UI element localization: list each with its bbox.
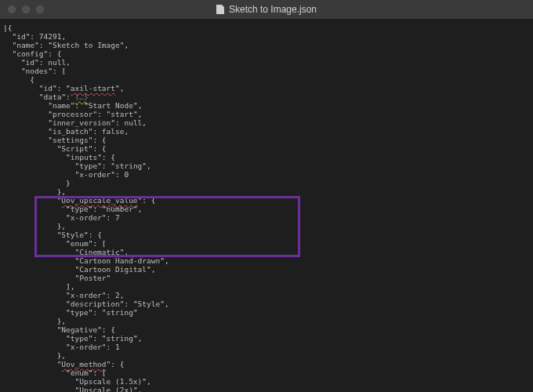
window-titlebar: Sketch to Image.json bbox=[0, 0, 533, 19]
document-icon bbox=[216, 5, 224, 14]
window-title: Sketch to Image.json bbox=[0, 0, 533, 19]
maximize-icon[interactable] bbox=[36, 5, 44, 13]
close-icon[interactable] bbox=[8, 5, 16, 13]
minimize-icon[interactable] bbox=[22, 5, 30, 13]
code-editor[interactable]: |{ "id": 74291, "name": "Sketch to Image… bbox=[0, 19, 533, 392]
traffic-lights bbox=[0, 5, 44, 13]
window-title-text: Sketch to Image.json bbox=[229, 4, 317, 15]
json-content: |{ "id": 74291, "name": "Sketch to Image… bbox=[0, 19, 533, 392]
